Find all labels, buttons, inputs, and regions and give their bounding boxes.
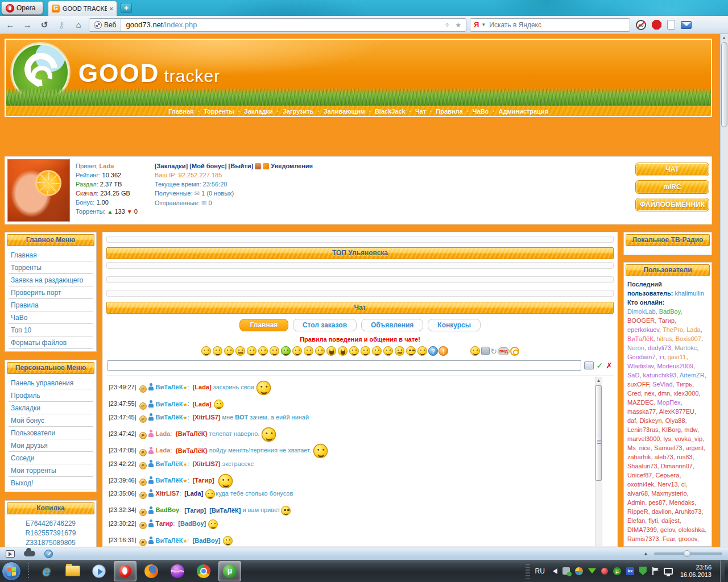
reload-button[interactable]: ↺ — [38, 19, 51, 31]
smiley-tool-icon[interactable] — [470, 346, 480, 356]
message-username[interactable]: ВиТаЛёК★ — [156, 477, 188, 484]
flat-emoticon-icon[interactable] — [235, 346, 245, 356]
chat-input[interactable] — [107, 360, 581, 371]
cool-emoticon-icon[interactable] — [406, 346, 416, 356]
flat2-emoticon-icon[interactable] — [395, 346, 404, 356]
smile-emoticon-icon[interactable] — [201, 346, 211, 356]
green-emoticon-icon[interactable] — [281, 346, 291, 356]
online-user[interactable]: suxOFF — [627, 381, 649, 388]
private-message-icon[interactable]: P — [139, 462, 147, 469]
online-user[interactable]: argent — [686, 444, 704, 451]
private-message-icon[interactable]: P — [139, 492, 147, 499]
user-mini-icon[interactable] — [255, 163, 261, 169]
online-user[interactable]: vovka_vip — [675, 435, 702, 442]
online-user[interactable]: МорПех — [657, 399, 681, 406]
message-username[interactable]: ВиТаЛёК★ — [156, 384, 188, 390]
private-message-icon[interactable]: P — [139, 432, 147, 439]
happy-emoticon-icon[interactable] — [383, 346, 393, 356]
chat-scrollbar[interactable]: ▲ — [595, 377, 602, 546]
new-tab-button[interactable]: + — [121, 3, 132, 13]
taskbar-parapa[interactable]: ПараПа — [166, 561, 189, 581]
menu-item[interactable]: Заявка на раздающего — [9, 274, 93, 286]
menu-item[interactable]: Правила — [9, 299, 93, 311]
panels-toggle-icon[interactable] — [6, 550, 15, 558]
menu-item[interactable]: Пользователи — [9, 427, 93, 439]
tab-close-icon[interactable]: × — [110, 5, 113, 12]
quick-button-3[interactable]: ФАЙЛООБМЕННИК — [635, 198, 709, 211]
nav-item-8[interactable]: Правила — [436, 108, 462, 115]
tray-clock[interactable]: 23:5616.06.2013 — [680, 564, 712, 579]
nav-item-9[interactable]: ЧаВо — [473, 108, 489, 115]
online-user[interactable]: Martokc — [675, 344, 697, 351]
chat-scroll-up-icon[interactable]: ▲ — [595, 377, 602, 384]
online-user[interactable]: SeVlad — [652, 381, 672, 388]
online-user[interactable]: flyti — [648, 517, 658, 524]
online-user[interactable]: xlex3000 — [673, 390, 698, 397]
online-user[interactable]: ci — [681, 481, 686, 488]
online-user[interactable]: davilon — [652, 508, 672, 515]
taskbar-explorer[interactable] — [61, 561, 84, 581]
forward-button[interactable]: → — [20, 19, 34, 31]
online-user[interactable]: MAZDEC — [627, 399, 653, 406]
mail-extension-icon[interactable] — [681, 21, 692, 29]
message-username[interactable]: ВиТаЛёК★ — [156, 401, 188, 408]
biglaugh-emoticon-icon[interactable] — [338, 346, 348, 356]
avatar[interactable] — [7, 159, 70, 222]
nav-item-4[interactable]: Загрузить — [283, 108, 314, 115]
palette-tray-icon[interactable] — [575, 567, 583, 575]
menu-item[interactable]: Топ 10 — [9, 324, 93, 336]
action-center-flag-icon[interactable] — [652, 567, 659, 575]
neutral-emoticon-icon[interactable] — [258, 346, 268, 356]
vid-tool-icon[interactable]: вид — [498, 347, 510, 355]
notifications-link[interactable]: Уведомления — [271, 163, 313, 169]
online-user[interactable]: pes87 — [648, 499, 665, 506]
online-user[interactable]: oxotni4ek — [627, 481, 654, 488]
online-user[interactable]: Ramis7373 — [627, 535, 659, 542]
page-extension-icon[interactable] — [667, 20, 675, 30]
wink2-emoticon-icon[interactable] — [304, 346, 313, 356]
usb-icon[interactable] — [562, 567, 570, 575]
language-indicator[interactable]: RU — [535, 567, 545, 575]
online-user[interactable]: Mendaks — [669, 499, 694, 506]
message-target[interactable]: [ВиТаЛёК] — [209, 507, 241, 514]
online-user[interactable]: Wladislav — [627, 363, 653, 369]
taskbar-media-player[interactable] — [88, 561, 110, 581]
online-user[interactable]: Diskeyn — [639, 417, 661, 424]
search-input[interactable] — [488, 20, 626, 30]
online-user[interactable]: Nerv13 — [657, 481, 677, 488]
account-links[interactable]: [Закладки] [Мой бонус] [Выйти] — [155, 163, 253, 169]
online-user[interactable]: Ms_nice — [627, 444, 651, 451]
message-target[interactable]: [BadBoy] — [178, 520, 206, 527]
smirk-emoticon-icon[interactable] — [224, 346, 234, 356]
start-button[interactable] — [2, 562, 21, 581]
antivirus-shield-icon[interactable] — [639, 567, 647, 575]
online-user[interactable]: mdw — [684, 426, 697, 433]
send-check-icon[interactable]: ✓ — [597, 361, 603, 370]
online-user[interactable]: grooov — [679, 535, 697, 542]
diver-tool-icon[interactable] — [481, 347, 490, 355]
nav-item-6[interactable]: BlackJack — [375, 108, 406, 115]
stare-emoticon-icon[interactable] — [292, 346, 302, 356]
page-scrollbar-thumb[interactable] — [721, 42, 727, 127]
private-message-icon[interactable]: P — [139, 385, 147, 393]
online-user[interactable]: dedyli73 — [648, 344, 671, 351]
idea-emoticon-icon[interactable] — [361, 346, 370, 356]
menu-item[interactable]: Профиль — [9, 389, 93, 402]
taskbar-utorrent[interactable]: µ — [218, 561, 241, 581]
online-user[interactable]: eperkokuev — [627, 326, 659, 333]
current-username[interactable]: Lada — [100, 163, 114, 169]
message-username[interactable]: Тагир — [156, 520, 173, 527]
url-text[interactable]: good73.net/index.php — [121, 20, 440, 29]
online-user[interactable]: BOOGER — [627, 317, 655, 324]
nav-item-2[interactable]: Торренты — [204, 108, 234, 115]
menu-item[interactable]: Закладки — [9, 402, 93, 414]
search-box[interactable]: Я ▼ — [470, 18, 630, 32]
online-user[interactable]: hitrus — [657, 335, 672, 342]
online-user[interactable]: Тагир — [658, 317, 675, 324]
online-user[interactable]: alvar68 — [627, 490, 648, 497]
taskbar-firefox[interactable] — [140, 561, 163, 581]
nav-item-3[interactable]: Закладки — [244, 108, 273, 115]
chat-scrollbar-thumb[interactable] — [595, 385, 602, 481]
private-message-icon[interactable]: P — [139, 509, 147, 516]
online-user[interactable]: SaD — [627, 372, 639, 379]
